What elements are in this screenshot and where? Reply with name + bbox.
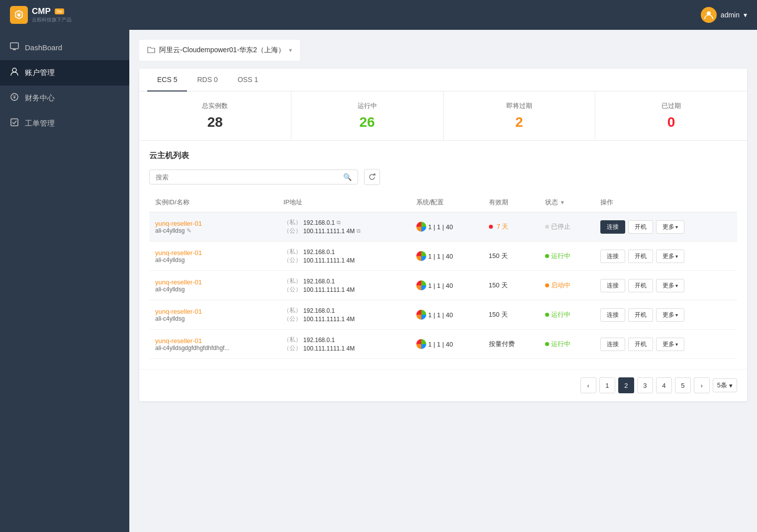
col-ip: IP地址 — [278, 193, 410, 212]
page-5[interactable]: 5 — [675, 377, 691, 393]
sidebar-label-dashboard: DashBoard — [25, 43, 62, 52]
status-cell: 运行中 — [539, 242, 595, 271]
user-avatar — [701, 7, 717, 23]
instance-cell: yunq-reseller-01 ali-c4ylldsg ✎ — [149, 212, 278, 242]
os-icon — [416, 222, 426, 232]
instance-name[interactable]: yunq-reseller-01 — [155, 278, 272, 286]
tab-oss[interactable]: OSS 1 — [228, 69, 268, 91]
page-size-select[interactable]: 5条 ▾ — [713, 378, 737, 392]
stats-row: 总实例数 28 运行中 26 即将过期 2 已过期 0 — [139, 91, 747, 141]
private-ip: （私） 192.168.0.1 ⧉ — [284, 218, 404, 227]
instance-id: ali-c4ylldsg — [155, 315, 272, 322]
stat-expiring: 即将过期 2 — [444, 91, 596, 140]
expire-value: 150 天 — [489, 281, 508, 289]
instance-cell: yunq-reseller-01 ali-c4ylldsgdgfdhgfdhfd… — [149, 330, 278, 359]
tab-ecs[interactable]: ECS 5 — [147, 69, 187, 91]
sys-config-value: 1 | 1 | 40 — [428, 282, 453, 289]
stat-running: 运行中 26 — [291, 91, 444, 140]
connect-button[interactable]: 连接 — [600, 220, 625, 234]
logo-text: CMP lite 云权科技旗下产品 — [32, 6, 72, 23]
sys-config-value: 1 | 1 | 40 — [428, 223, 453, 231]
page-next[interactable]: › — [694, 377, 710, 393]
region-folder-icon — [147, 46, 155, 55]
stat-expired-label: 已过期 — [605, 101, 737, 110]
action-cell: 连接 开机 更多 ▾ — [594, 271, 737, 300]
start-button[interactable]: 开机 — [628, 250, 653, 263]
sidebar-item-finance[interactable]: ¥ 财务中心 — [0, 86, 129, 111]
sys-config-value: 1 | 1 | 40 — [428, 341, 453, 348]
stat-expiring-value: 2 — [454, 114, 585, 130]
expire-cell: 按量付费 — [483, 330, 539, 359]
pagination: ‹ 1 2 3 4 5 › 5条 ▾ — [139, 369, 747, 401]
vm-table: 实例ID/名称 IP地址 系统/配置 有效期 状态 ▼ 操作 yunq — [149, 193, 737, 359]
col-sys: 系统/配置 — [410, 193, 483, 212]
sys-cell: 1 | 1 | 40 — [410, 330, 483, 359]
copy-public-icon[interactable]: ⧉ — [357, 228, 361, 234]
os-icon — [416, 339, 426, 349]
copy-private-icon[interactable]: ⧉ — [337, 219, 341, 226]
table-row: yunq-reseller-01 ali-c4ylldsg （私） 192.16… — [149, 271, 737, 300]
expire-cell: 150 天 — [483, 271, 539, 300]
page-4[interactable]: 4 — [656, 377, 672, 393]
ip-cell: （私） 192.168.0.1 ⧉ （公） 100.111.1111.1 4M … — [278, 212, 410, 242]
action-buttons: 连接 开机 更多 ▾ — [600, 250, 731, 263]
expire-cell: 150 天 — [483, 242, 539, 271]
sidebar-item-workorder[interactable]: 工单管理 — [0, 111, 129, 136]
col-status: 状态 ▼ — [539, 193, 595, 212]
connect-button[interactable]: 连接 — [600, 338, 625, 351]
monitor-icon — [10, 42, 19, 53]
private-ip: （私） 192.168.0.1 — [284, 336, 404, 344]
stat-total-value: 28 — [149, 114, 281, 130]
page-1[interactable]: 1 — [599, 377, 615, 393]
start-button[interactable]: 开机 — [628, 279, 653, 292]
page-2[interactable]: 2 — [618, 377, 634, 393]
more-button[interactable]: 更多 ▾ — [656, 279, 684, 292]
table-row: yunq-reseller-01 ali-c4ylldsg （私） 192.16… — [149, 242, 737, 271]
refresh-button[interactable] — [364, 169, 380, 185]
workorder-icon — [10, 118, 19, 129]
start-button[interactable]: 开机 — [628, 308, 653, 322]
status-filter-icon[interactable]: ▼ — [560, 199, 565, 205]
nav-user[interactable]: admin ▾ — [701, 7, 747, 23]
sidebar-item-dashboard[interactable]: DashBoard — [0, 35, 129, 60]
instance-name[interactable]: yunq-reseller-01 — [155, 220, 272, 227]
stat-running-label: 运行中 — [301, 101, 433, 110]
expire-value: 150 天 — [489, 252, 508, 260]
status-dot — [545, 225, 549, 229]
tab-rds[interactable]: RDS 0 — [187, 69, 227, 91]
region-chevron: ▾ — [289, 47, 292, 54]
page-3[interactable]: 3 — [637, 377, 653, 393]
connect-button[interactable]: 连接 — [600, 279, 625, 292]
instance-name[interactable]: yunq-reseller-01 — [155, 249, 272, 257]
more-button[interactable]: 更多 ▾ — [656, 308, 684, 322]
stat-total: 总实例数 28 — [139, 91, 291, 140]
more-button[interactable]: 更多 ▾ — [656, 220, 684, 234]
expire-value: 按量付费 — [489, 340, 515, 348]
public-ip: （公） 100.111.1111.1 4M — [284, 315, 404, 323]
search-icon: 🔍 — [343, 173, 352, 181]
status-dot — [545, 342, 549, 346]
page-prev[interactable]: ‹ — [580, 377, 596, 393]
instance-name[interactable]: yunq-reseller-01 — [155, 337, 272, 345]
more-button[interactable]: 更多 ▾ — [656, 250, 684, 263]
status-cell: 已停止 — [539, 212, 595, 242]
table-section: 云主机列表 🔍 — [139, 141, 747, 369]
start-button[interactable]: 开机 — [628, 220, 653, 234]
user-name: admin — [721, 11, 740, 19]
start-button[interactable]: 开机 — [628, 338, 653, 351]
connect-button[interactable]: 连接 — [600, 250, 625, 263]
search-box[interactable]: 🔍 — [149, 170, 358, 184]
stat-expiring-label: 即将过期 — [454, 101, 585, 110]
region-selector[interactable]: 阿里云-Cloudempower01-华东2（上海） ▾ — [139, 40, 300, 61]
instance-name[interactable]: yunq-reseller-01 — [155, 308, 272, 315]
search-input[interactable] — [156, 174, 343, 181]
col-action: 操作 — [594, 193, 737, 212]
edit-icon[interactable]: ✎ — [187, 227, 191, 234]
sidebar-item-account[interactable]: 账户管理 — [0, 60, 129, 86]
app-name: CMP — [32, 6, 51, 16]
search-row: 🔍 — [149, 169, 737, 185]
sidebar: DashBoard 账户管理 ¥ 财务中心 — [0, 30, 129, 532]
page-size-chevron: ▾ — [729, 382, 733, 389]
more-button[interactable]: 更多 ▾ — [656, 338, 684, 351]
connect-button[interactable]: 连接 — [600, 308, 625, 322]
